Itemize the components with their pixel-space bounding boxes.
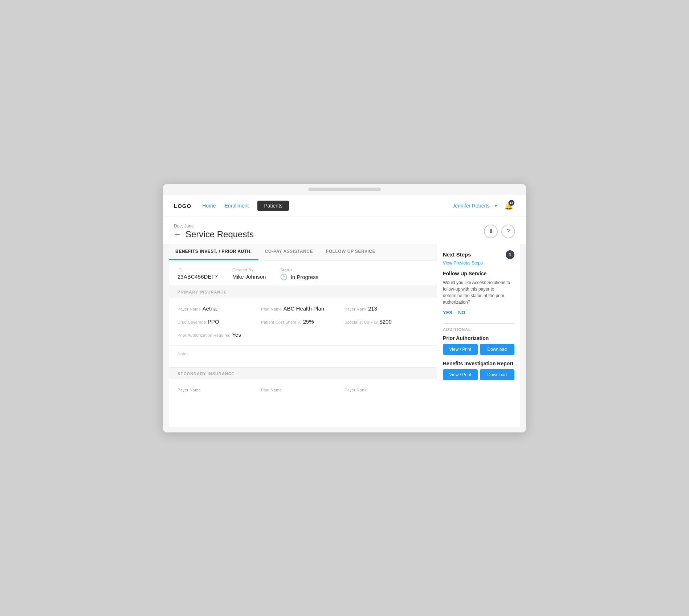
prior-auth-field: Prior Authorization Required Yes [178, 329, 261, 342]
drug-coverage-value: PPO [208, 319, 219, 325]
patient-cost-label: Patient Cost Share % [261, 320, 301, 324]
created-by-field: Created By Mike Johnson [232, 268, 266, 280]
nav-links: Home Enrollment Patients [202, 201, 452, 211]
primary-insurance-grid: Payer Name Aetna Plan Name ABC Health Pl… [169, 297, 437, 346]
status-label: Status [280, 268, 318, 272]
drug-coverage-field: Drug Coverage PPO [178, 316, 261, 329]
breadcrumb: Doe, Jane [174, 223, 254, 229]
title-bar-decoration [308, 188, 381, 191]
tabs: BENEFITS INVEST. / PRIOR AUTH. CO-PAY AS… [169, 244, 437, 260]
payer-rank-value: 213 [368, 305, 377, 312]
prior-auth-download-button[interactable]: Download [480, 344, 515, 355]
next-steps-title: Next Steps [443, 251, 471, 258]
created-by-value: Mike Johnson [232, 274, 266, 280]
yes-button[interactable]: YES [443, 310, 452, 315]
id-value: 23ABC456DEF7 [178, 274, 218, 280]
benefits-report-title: Benefits Investigation Report [443, 361, 514, 366]
notes-label: Notes [178, 352, 188, 356]
navbar: LOGO Home Enrollment Patients Jennifer R… [163, 195, 526, 217]
page-header-left: Doe, Jane ← Service Requests [174, 223, 254, 239]
download-icon: ⬇ [489, 228, 493, 235]
status-field: Status 🕐 In Progress [280, 268, 318, 280]
navbar-right: Jennifer Roberts ▾ 🔔 18 [452, 199, 515, 212]
status-row: 🕐 In Progress [280, 274, 318, 280]
status-value: In Progress [290, 274, 318, 280]
secondary-plan-name-label: Plan Name [261, 388, 282, 392]
additional-divider [443, 323, 514, 324]
download-icon-button[interactable]: ⬇ [484, 225, 498, 238]
yes-no-row: YES NO [443, 310, 514, 315]
tab-copay[interactable]: CO-PAY ASSISTANCE [258, 244, 319, 260]
secondary-plan-name: Plan Name [261, 384, 344, 397]
main-panel: BENEFITS INVEST. / PRIOR AUTH. CO-PAY AS… [169, 244, 437, 427]
payer-rank-label: Payer Rank [344, 307, 366, 311]
id-field: ID 23ABC456DEF7 [178, 268, 218, 280]
title-bar [163, 184, 526, 195]
drug-coverage-label: Drug Coverage [178, 320, 206, 324]
prior-auth-label: Prior Authorization Required [178, 333, 231, 337]
view-previous-steps[interactable]: View Previous Steps [443, 260, 514, 266]
additional-label: ADDITIONAL [443, 327, 514, 332]
clock-icon: 🕐 [280, 274, 288, 280]
user-name[interactable]: Jennifer Roberts [452, 203, 490, 209]
id-label: ID [178, 268, 218, 272]
logo: LOGO [174, 203, 191, 209]
page-header: Doe, Jane ← Service Requests ⬇ ? [163, 217, 526, 244]
page-title: Service Requests [186, 229, 254, 239]
plan-name-value: ABC Health Plan [284, 305, 325, 312]
secondary-payer-name: Payer Name [178, 384, 261, 397]
specialist-copay-field: Specialist Co-Pay $200 [344, 316, 428, 329]
patient-cost-field: Patient Cost Share % 25% [261, 316, 344, 329]
nav-patients[interactable]: Patients [257, 201, 289, 211]
side-panel: Next Steps 1 View Previous Steps Follow … [437, 244, 520, 427]
step-badge: 1 [506, 250, 514, 259]
specialist-copay-label: Specialist Co-Pay [344, 320, 378, 324]
secondary-insurance-title: SECONDARY INSURANCE [169, 367, 437, 379]
back-button[interactable]: ← [174, 230, 181, 238]
page-header-right: ⬇ ? [484, 225, 515, 238]
no-button[interactable]: NO [458, 310, 465, 315]
follow-up-service-title: Follow Up Service [443, 271, 514, 276]
plan-name-field: Plan Name ABC Health Plan [261, 303, 344, 316]
follow-up-text: Would you like Access Solutions to follo… [443, 279, 514, 305]
created-by-label: Created By [232, 268, 266, 272]
help-icon-button[interactable]: ? [501, 225, 515, 238]
primary-insurance-section-title: PRIMARY INSURANCE [169, 286, 437, 297]
plan-name-label: Plan Name [261, 307, 282, 311]
next-steps-header: Next Steps 1 [443, 250, 514, 259]
tab-followup[interactable]: FOLLOW UP SERVICE [319, 244, 382, 260]
content-area: BENEFITS INVEST. / PRIOR AUTH. CO-PAY AS… [163, 244, 526, 432]
nav-enrollment[interactable]: Enrollment [225, 201, 249, 211]
chevron-down-icon: ▾ [495, 203, 497, 208]
record-header: ID 23ABC456DEF7 Created By Mike Johnson … [169, 260, 437, 286]
notes-section: Notes [169, 346, 437, 367]
notification-badge: 18 [509, 200, 514, 206]
payer-name-label: Payer Name [178, 307, 201, 311]
prior-auth-buttons: View / Print Download [443, 344, 514, 355]
prior-auth-doc-title: Prior Authorization [443, 335, 514, 341]
secondary-payer-rank-label: Payer Rank [344, 388, 366, 392]
prior-auth-view-print-button[interactable]: View / Print [443, 344, 478, 355]
secondary-insurance-cols: Payer Name Plan Name Payer Rank [169, 379, 437, 399]
tab-benefits[interactable]: BENEFITS INVEST. / PRIOR AUTH. [169, 244, 258, 260]
benefits-report-view-print-button[interactable]: View / Print [443, 369, 478, 380]
payer-rank-field: Payer Rank 213 [344, 303, 428, 316]
prior-auth-value: Yes [232, 332, 241, 338]
benefits-report-download-button[interactable]: Download [480, 369, 515, 380]
page-title-row: ← Service Requests [174, 229, 254, 239]
specialist-copay-value: $200 [379, 319, 391, 325]
help-icon: ? [507, 228, 510, 235]
benefits-report-buttons: View / Print Download [443, 369, 514, 380]
notification-button[interactable]: 🔔 18 [502, 199, 515, 212]
payer-name-value: Aetna [203, 305, 217, 312]
payer-name-field: Payer Name Aetna [178, 303, 261, 316]
secondary-payer-name-label: Payer Name [178, 388, 201, 392]
app-window: LOGO Home Enrollment Patients Jennifer R… [163, 184, 526, 432]
nav-home[interactable]: Home [202, 201, 216, 211]
patient-cost-value: 25% [303, 319, 314, 325]
secondary-payer-rank: Payer Rank [344, 384, 428, 397]
